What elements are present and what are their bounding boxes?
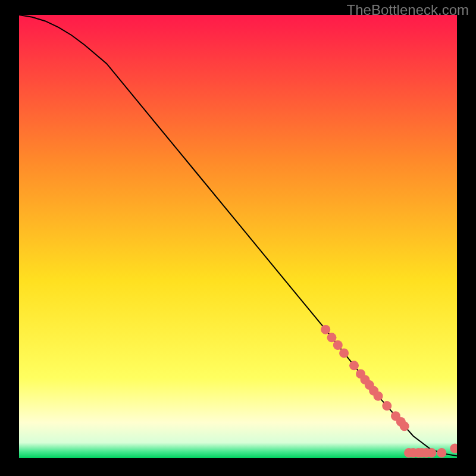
data-point <box>427 448 436 458</box>
chart-svg <box>19 15 457 458</box>
data-point <box>374 392 383 401</box>
attribution-link[interactable]: TheBottleneck.com <box>347 2 469 18</box>
data-point <box>321 325 330 334</box>
data-point <box>327 333 337 342</box>
data-point <box>382 401 392 411</box>
data-point <box>333 340 343 350</box>
data-point <box>437 448 446 458</box>
data-point <box>400 421 409 431</box>
heatmap-background <box>19 15 457 458</box>
data-point <box>339 348 349 358</box>
data-point <box>349 361 359 370</box>
chart-container: TheBottleneck.com <box>0 0 476 476</box>
plot-area <box>19 15 457 458</box>
